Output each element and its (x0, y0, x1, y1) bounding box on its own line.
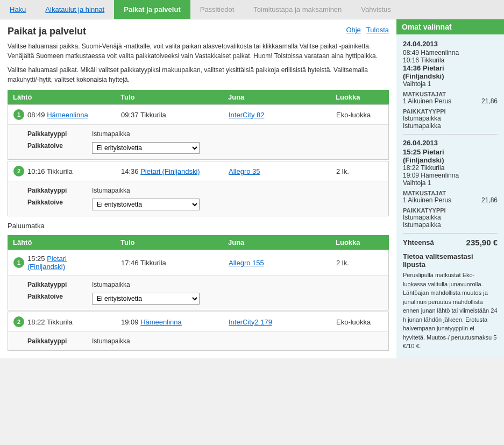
paikkatoive-select-3[interactable]: Ei erityistoivetta Ikkunapaikka Käytäväp… (92, 293, 200, 305)
paikkatoive-select-2[interactable]: Ei erityistoivetta Ikkunapaikka Käytäväp… (92, 199, 200, 210)
sidebar-dep-2: 15:25 Pietari(Finljandski) (403, 148, 498, 164)
outbound-segment-2-detail: Paikkatyyppi Istumapaikka Paikkatoive Ei… (8, 181, 388, 216)
return-class-cell-1: 2 lk. (336, 259, 383, 267)
outbound-segment-1-detail: Paikkatyyppi Istumapaikka Paikkatoive Ei… (8, 124, 388, 159)
return-dep-cell-2: 2 18:22 Tikkurila (13, 316, 121, 327)
sidebar-info-text: Peruslipulla matkustat Eko-luokassa vali… (403, 271, 498, 351)
return-segment-num-1: 1 (13, 257, 24, 268)
sidebar-divider-2 (403, 233, 498, 234)
sidebar-title: Omat valinnat (396, 19, 504, 34)
sidebar-dep-1: 08:49 Hämeenlinna (403, 49, 498, 56)
return-train-cell-2: InterCity2 179 (229, 318, 336, 326)
sidebar-paikkatyyppi-1: Istumapaikka Istumapaikka (403, 115, 498, 130)
return-arr-link-2[interactable]: Hämeenlinna (140, 318, 182, 326)
sidebar-arr-1: 14:36 Pietari(Finljandski) (403, 64, 498, 80)
outbound-segment-1-main: 1 08:49 Hämeenlinna 09:37 Tikkurila Inte… (8, 105, 388, 124)
help-link[interactable]: Ohje (346, 26, 360, 34)
sidebar-date-1: 24.04.2013 (403, 40, 498, 48)
class-cell-2: 2 lk. (336, 167, 383, 175)
nav-step-passitiedot: Passitiedot (190, 0, 244, 19)
segment-num-1: 1 (13, 109, 24, 120)
nav-step-vahvistus: Vahvistus (351, 0, 400, 19)
nav-step-paikat: Paikat ja palvelut (114, 0, 190, 19)
sidebar-paikkatyyppi-label-1: PAIKKATYYPPI (403, 108, 498, 115)
dep-station-link-1[interactable]: Hämeenlinna (47, 111, 88, 119)
return-label: Paluumatka (8, 222, 389, 230)
train-cell-1: InterCity 82 (229, 111, 336, 119)
sidebar-change-2: Vaihtoja 1 (403, 179, 498, 187)
return-train-link-1[interactable]: Allegro 155 (229, 259, 264, 267)
sidebar-paikkatyyppi-2: Istumapaikka Istumapaikka (403, 214, 498, 229)
return-segment-2-detail: Paikkatyyppi Istumapaikka (8, 331, 388, 350)
sidebar-mid-2: 18:22 Tikkurila (403, 164, 498, 172)
return-train-link-2[interactable]: InterCity2 179 (229, 318, 272, 326)
outbound-table-header: Lähtö Tulo Juna Luokka (8, 90, 389, 104)
train-link-1[interactable]: InterCity 82 (229, 111, 264, 119)
paikkatoive-select-1[interactable]: Ei erityistoivetta Ikkunapaikka Käytäväp… (92, 142, 200, 154)
sidebar-passengers-1: 1 Aikuinen Perus 21,86 (403, 97, 498, 105)
nav-step-toimitus: Toimitustapa ja maksaminen (244, 0, 351, 19)
return-train-cell-1: Allegro 155 (229, 259, 336, 267)
sidebar: Omat valinnat 24.04.2013 08:49 Hämeenlin… (396, 19, 504, 358)
return-arr-cell-2: 19:09 Hämeenlinna (121, 318, 229, 326)
outbound-segment-2-main: 2 10:16 Tikkurila 14:36 Pietari (Finljan… (8, 161, 388, 181)
sidebar-total-row: Yhteensä 235,90 € (403, 238, 498, 247)
train-link-2[interactable]: Allegro 35 (229, 167, 260, 175)
outbound-segment-1: 1 08:49 Hämeenlinna 09:37 Tikkurila Inte… (8, 104, 389, 160)
arr-station-link-2[interactable]: Pietari (Finljandski) (140, 167, 200, 175)
class-cell-1: Eko-luokka (336, 111, 383, 119)
return-segment-1-main: 1 15:25 Pietari(Finljandski) 17:46 Tikku… (8, 250, 388, 275)
sidebar-divider-1 (403, 134, 498, 135)
return-dep-link-1[interactable]: Pietari(Finljandski) (27, 255, 67, 271)
segment-num-2: 2 (13, 166, 24, 176)
sidebar-passengers-label-2: MATKUSTAJAT (403, 190, 498, 196)
return-segment-1: 1 15:25 Pietari(Finljandski) 17:46 Tikku… (8, 250, 389, 310)
title-links: Ohje Tulosta (346, 26, 389, 34)
sidebar-passengers-2: 1 Aikuinen Perus 21,86 (403, 196, 498, 204)
outbound-segment-2: 2 10:16 Tikkurila 14:36 Pietari (Finljan… (8, 161, 389, 216)
nav-step-aikataulut[interactable]: Aikataulut ja hinnat (36, 0, 114, 19)
dep-cell-1: 1 08:49 Hämeenlinna (13, 109, 121, 120)
return-class-cell-2: Eko-luokka (336, 318, 383, 326)
return-dep-cell-1: 1 15:25 Pietari(Finljandski) (13, 255, 121, 271)
page-title: Paikat ja palvelut (8, 26, 86, 37)
top-nav: Haku Aikataulut ja hinnat Paikat ja palv… (0, 0, 504, 19)
print-link[interactable]: Tulosta (366, 26, 389, 34)
sidebar-info-title: Tietoa valitsemastasi lipusta (403, 252, 498, 269)
content-area: Paikat ja palvelut Ohje Tulosta Valitse … (0, 19, 396, 358)
sidebar-date-2: 26.04.2013 (403, 139, 498, 147)
sidebar-paikkatyyppi-label-2: PAIKKATYYPPI (403, 207, 498, 214)
arr-cell-2: 14:36 Pietari (Finljandski) (121, 167, 229, 175)
return-segment-2: 2 18:22 Tikkurila 19:09 Hämeenlinna Inte… (8, 312, 389, 351)
train-cell-2: Allegro 35 (229, 167, 336, 175)
nav-step-haku[interactable]: Haku (0, 0, 36, 19)
info-text-1: Valitse haluamasi paikka. Suomi-Venäjä -… (8, 41, 389, 61)
sidebar-passengers-label-1: MATKUSTAJAT (403, 91, 498, 97)
return-table-header: Lähtö Tulo Juna Luokka (8, 235, 389, 250)
return-segment-1-detail: Paikkatyyppi Istumapaikka Paikkatoive Ei… (8, 275, 388, 310)
dep-cell-2: 2 10:16 Tikkurila (13, 166, 121, 176)
sidebar-mid-1: 10:16 Tikkurila (403, 56, 498, 64)
sidebar-arr-2: 19:09 Hämeenlinna (403, 172, 498, 179)
return-arr-cell-1: 17:46 Tikkurila (121, 259, 229, 267)
info-text-2: Valitse haluamasi paikat. Mikäli valitse… (8, 65, 389, 84)
sidebar-change-1: Vaihtoja 1 (403, 80, 498, 88)
return-segment-2-main: 2 18:22 Tikkurila 19:09 Hämeenlinna Inte… (8, 312, 388, 331)
arr-cell-1: 09:37 Tikkurila (121, 111, 229, 119)
return-segment-num-2: 2 (13, 316, 24, 327)
